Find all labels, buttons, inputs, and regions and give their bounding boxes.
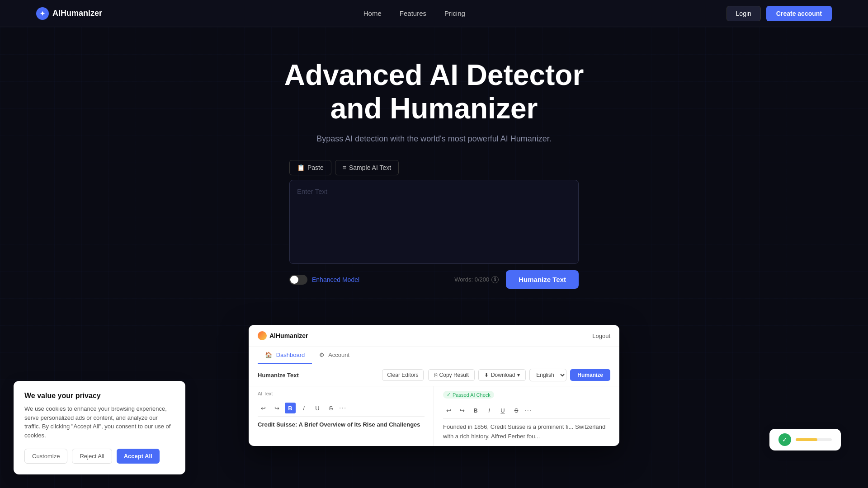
enhanced-model-row: Enhanced Model <box>289 275 359 285</box>
undo-button[interactable]: ↩ <box>258 403 269 413</box>
download-icon: ⬇ <box>484 372 489 378</box>
right-bold-button[interactable]: B <box>470 405 481 416</box>
right-strikethrough-button[interactable]: S <box>511 405 522 416</box>
clear-editors-button[interactable]: Clear Editors <box>382 369 423 381</box>
tool-container: 📋 Paste ≡ Sample AI Text Enhanced Model <box>289 160 579 289</box>
right-undo-button[interactable]: ↩ <box>443 405 454 416</box>
word-count-info-icon[interactable]: ℹ <box>491 276 499 283</box>
download-button[interactable]: ⬇ Download ▾ <box>478 369 526 381</box>
preview-humanize-button[interactable]: Humanize <box>570 369 610 381</box>
left-editor-content: Credit Suisse: A Brief Overview of Its R… <box>258 420 425 430</box>
right-editor: ✓ Passed AI Check ↩ ↪ B I U S ··· <box>434 386 619 446</box>
enhanced-model-label: Enhanced Model <box>312 276 359 283</box>
preview-card: AlHumanizer Logout 🏠 Dashboard ⚙ Account… <box>249 325 619 446</box>
clipboard-icon: 📋 <box>297 164 305 171</box>
right-more-options-icon[interactable]: ··· <box>524 406 532 414</box>
hero-section: Advanced AI Detector and Humanizer Bypas… <box>0 27 868 307</box>
preview-logo: AlHumanizer <box>258 331 308 340</box>
enhanced-model-toggle[interactable] <box>289 275 307 285</box>
copy-result-button[interactable]: ⎘ Copy Result <box>428 369 475 381</box>
italic-button[interactable]: I <box>298 403 309 413</box>
right-underline-button[interactable]: U <box>497 405 508 416</box>
dashboard-icon: 🏠 <box>265 352 272 358</box>
tab-account[interactable]: ⚙ Account <box>312 347 357 364</box>
text-input[interactable] <box>290 180 578 262</box>
bold-button[interactable]: B <box>285 403 296 413</box>
left-editor: AI Text ↩ ↪ B I U S ··· Credit Suisse: A… <box>249 386 434 446</box>
word-count: Words: 0/200 ℹ <box>454 276 499 283</box>
right-italic-button[interactable]: I <box>484 405 495 416</box>
tab-dashboard[interactable]: 🏠 Dashboard <box>258 347 312 364</box>
right-editor-content: Founded in 1856, Credit Suisse is a prom… <box>443 422 610 441</box>
create-account-button[interactable]: Create account <box>766 6 832 21</box>
preview-action-btns: ⎘ Copy Result ⬇ Download ▾ English Human… <box>428 369 610 381</box>
accept-all-button[interactable]: Accept All <box>117 449 160 464</box>
tool-toolbar: 📋 Paste ≡ Sample AI Text <box>289 160 579 175</box>
hero-title: Advanced AI Detector and Humanizer <box>276 59 592 125</box>
text-input-wrapper <box>289 180 579 264</box>
cookie-text: We use cookies to enhance your browsing … <box>24 404 175 440</box>
check-icon: ✓ <box>447 392 451 398</box>
humanize-text-button[interactable]: Humanize Text <box>506 270 579 289</box>
nav-home[interactable]: Home <box>363 9 382 17</box>
passed-ai-check-badge: ✓ Passed AI Check <box>443 391 494 399</box>
brand-logo: ✦ AIHumanizer <box>36 7 102 20</box>
cookie-banner: We value your privacy We use cookies to … <box>14 381 185 474</box>
cookie-title: We value your privacy <box>24 392 175 400</box>
preview-logout[interactable]: Logout <box>592 333 610 339</box>
success-check-icon: ✓ <box>778 433 791 446</box>
navbar-actions: Login Create account <box>726 6 832 21</box>
cookie-actions: Customize Reject All Accept All <box>24 449 175 464</box>
success-progress-bar <box>796 438 832 441</box>
tool-footer: Enhanced Model Words: 0/200 ℹ Humanize T… <box>289 270 579 289</box>
list-icon: ≡ <box>343 164 346 171</box>
customize-button[interactable]: Customize <box>24 449 67 464</box>
nav-pricing[interactable]: Pricing <box>444 9 465 17</box>
paste-button[interactable]: 📋 Paste <box>289 160 331 175</box>
login-button[interactable]: Login <box>726 6 761 21</box>
left-editor-format-bar: ↩ ↪ B I U S ··· <box>258 400 425 417</box>
account-icon: ⚙ <box>319 352 325 358</box>
preview-header: AlHumanizer Logout <box>249 325 619 347</box>
left-editor-label: AI Text <box>258 391 425 396</box>
reject-all-button[interactable]: Reject All <box>72 449 112 464</box>
more-options-icon[interactable]: ··· <box>339 404 346 412</box>
right-editor-format-bar: ↩ ↪ B I U S ··· <box>443 402 610 419</box>
preview-editors: AI Text ↩ ↪ B I U S ··· Credit Suisse: A… <box>249 386 619 446</box>
copy-icon: ⎘ <box>434 372 437 378</box>
nav-features[interactable]: Features <box>400 9 426 17</box>
chevron-down-icon: ▾ <box>517 372 520 378</box>
strikethrough-button[interactable]: S <box>326 403 336 413</box>
logo-icon: ✦ <box>36 7 49 20</box>
success-progress-fill <box>796 438 817 441</box>
hero-subtitle: Bypass AI detection with the world's mos… <box>9 134 859 144</box>
sample-ai-text-button[interactable]: ≡ Sample AI Text <box>335 160 399 175</box>
brand-name: AIHumanizer <box>52 9 102 18</box>
preview-toolbar: Humanize Text Clear Editors ⎘ Copy Resul… <box>249 364 619 386</box>
right-redo-button[interactable]: ↪ <box>457 405 467 416</box>
right-editor-label: ✓ Passed AI Check <box>443 391 610 399</box>
preview-tabs: 🏠 Dashboard ⚙ Account <box>249 347 619 364</box>
underline-button[interactable]: U <box>312 403 323 413</box>
preview-logo-icon <box>258 331 267 340</box>
preview-toolbar-title: Humanize Text <box>258 372 377 379</box>
language-select[interactable]: English <box>529 369 566 381</box>
nav-links: Home Features Pricing <box>363 9 465 18</box>
success-badge: ✓ <box>769 429 841 450</box>
navbar: ✦ AIHumanizer Home Features Pricing Logi… <box>0 0 868 27</box>
redo-button[interactable]: ↪ <box>271 403 282 413</box>
